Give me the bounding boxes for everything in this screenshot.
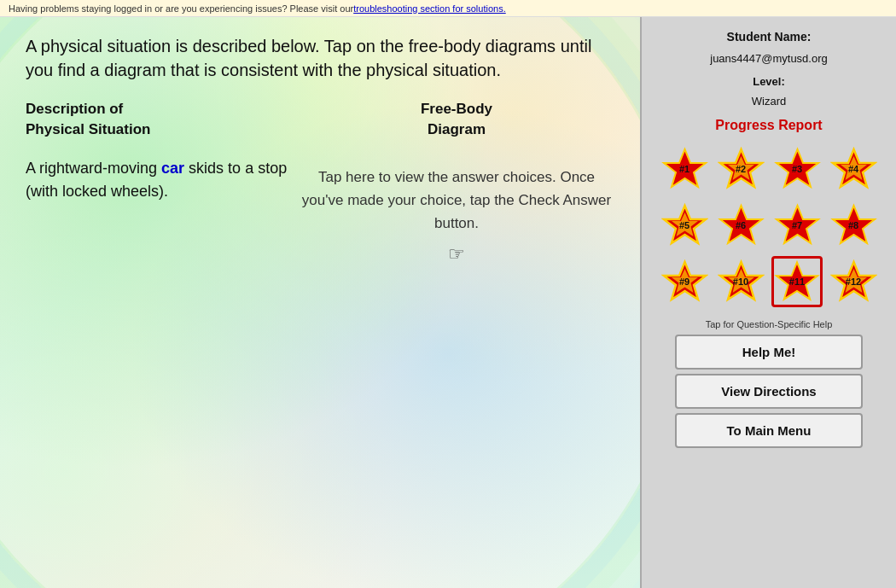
help-section-label: Tap for Question-Specific Help [655, 319, 883, 329]
main-menu-button[interactable]: To Main Menu [675, 413, 863, 448]
progress-stars-grid: #1 #2 #3 #4 [659, 143, 879, 307]
star-label-6: #6 [736, 220, 746, 230]
notice-text: Having problems staying logged in or are… [9, 3, 353, 14]
star-label-11: #11 [789, 277, 805, 287]
star-label-3: #3 [792, 164, 802, 174]
star-item-12[interactable]: #12 [828, 256, 879, 307]
level-label: Level: [753, 75, 785, 88]
star-item-5[interactable]: #5 [659, 200, 710, 251]
star-item-6[interactable]: #6 [715, 200, 766, 251]
star-item-7[interactable]: #7 [771, 200, 823, 251]
fbd-column-header: Free-Body Diagram [299, 99, 614, 140]
top-notice-bar: Having problems staying logged in or are… [0, 0, 896, 17]
column-headers: Description of Physical Situation Free-B… [26, 99, 614, 140]
student-email: juans4447@mytusd.org [710, 52, 828, 65]
student-name-label: Student Name: [727, 30, 812, 44]
star-item-11[interactable]: #11 [771, 256, 823, 307]
star-label-4: #4 [848, 164, 858, 174]
star-item-1[interactable]: #1 [659, 143, 710, 195]
star-label-5: #5 [679, 220, 689, 230]
physical-situation-description: A rightward-moving car skids to a stop (… [26, 157, 299, 203]
fbd-tap-area[interactable]: Tap here to view the answer choices. Onc… [299, 157, 614, 270]
troubleshooting-link[interactable]: troubleshooting section for solutions. [353, 3, 506, 14]
star-label-1: #1 [679, 164, 689, 174]
main-content-area: A rightward-moving car skids to a stop (… [26, 157, 614, 270]
help-section: Tap for Question-Specific Help Help Me! … [655, 319, 883, 452]
left-panel: A physical situation is described below.… [0, 17, 640, 588]
star-item-8[interactable]: #8 [828, 200, 879, 251]
highlight-word: car [161, 160, 184, 177]
view-directions-button[interactable]: View Directions [675, 374, 863, 409]
level-value: Wizard [752, 95, 786, 108]
instructions-text: A physical situation is described below.… [26, 34, 606, 82]
star-label-12: #12 [846, 277, 861, 287]
star-label-7: #7 [792, 220, 802, 230]
star-item-3[interactable]: #3 [771, 143, 823, 195]
star-label-8: #8 [848, 220, 858, 230]
progress-report-title: Progress Report [715, 118, 822, 133]
description-column-header: Description of Physical Situation [26, 99, 299, 140]
help-me-button[interactable]: Help Me! [675, 335, 863, 370]
star-label-9: #9 [679, 277, 689, 287]
star-item-4[interactable]: #4 [828, 143, 879, 195]
star-item-9[interactable]: #9 [659, 256, 710, 307]
cursor-icon: ☞ [299, 239, 614, 269]
right-sidebar: Student Name: juans4447@mytusd.org Level… [640, 17, 896, 588]
star-item-10[interactable]: #10 [715, 256, 766, 307]
star-label-10: #10 [733, 277, 748, 287]
star-label-2: #2 [736, 164, 746, 174]
star-item-2[interactable]: #2 [715, 143, 766, 195]
